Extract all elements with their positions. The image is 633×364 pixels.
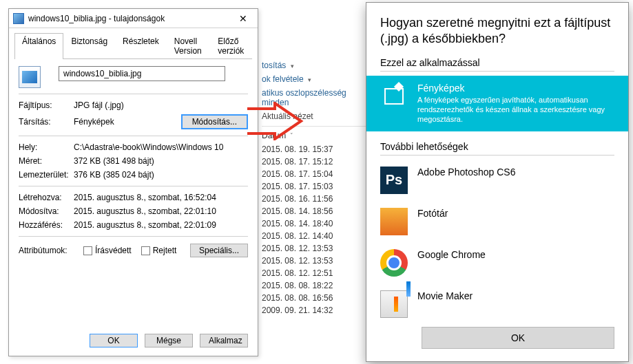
openwith-other-heading: További lehetőségek	[380, 141, 614, 152]
list-item[interactable]: 2015. 08. 12. 13:53	[262, 255, 372, 267]
value-created: 2015. augusztus 8., szombat, 16:52:04	[74, 193, 248, 202]
openwith-selected-desc: A fényképek egyszerűen javíthatók, autom…	[417, 95, 614, 125]
tab-security[interactable]: Biztonság	[63, 33, 115, 59]
openwith-selected-app[interactable]: Fényképek A fényképek egyszerűen javítha…	[366, 76, 628, 131]
list-item[interactable]: 2015. 08. 12. 14:40	[262, 230, 372, 242]
value-accessed: 2015. augusztus 8., szombat, 22:01:09	[74, 220, 248, 230]
list-item[interactable]: 2015. 08. 16. 11:56	[262, 193, 372, 205]
value-size: 372 KB (381 498 bájt)	[74, 156, 248, 166]
annotation-arrow-icon	[245, 102, 305, 140]
cancel-button[interactable]: Mégse	[145, 334, 193, 347]
menu-colpick[interactable]: ok felvétele ▾	[262, 72, 372, 86]
gal-icon	[380, 208, 408, 235]
photos-icon	[380, 83, 408, 110]
tabbar: Általános Biztonság Részletek Novell Ver…	[14, 32, 252, 59]
properties-dialog: windows10_biblia.jpg - tulajdonságok ✕ Á…	[8, 8, 258, 356]
value-association: Fényképek	[74, 117, 114, 127]
value-location: C:\Adastra\e-book\Windows\Windows 10	[74, 142, 248, 152]
openwith-app-item[interactable]: Fotótár	[366, 201, 628, 242]
ps-icon: Ps	[380, 167, 408, 194]
list-item[interactable]: 2015. 08. 17. 15:04	[262, 168, 372, 180]
file-icon	[13, 13, 24, 24]
list-item[interactable]: 2015. 08. 12. 12:51	[262, 267, 372, 279]
label-sizeondisk: Lemezterület:	[19, 170, 74, 180]
openwith-app-item[interactable]: Google Chrome	[366, 242, 628, 283]
ok-button[interactable]: OK	[90, 334, 138, 347]
label-filetype: Fájltípus:	[19, 100, 74, 110]
change-association-button[interactable]: Módosítás...	[181, 114, 248, 129]
label-location: Hely:	[19, 142, 74, 152]
checkbox-readonly[interactable]: Írásvédett	[83, 246, 132, 255]
titlebar: windows10_biblia.jpg - tulajdonságok ✕	[9, 9, 258, 28]
openwith-ok-button[interactable]: OK	[422, 327, 614, 349]
tab-general[interactable]: Általános	[14, 33, 63, 59]
openwith-app-name: Fotótár	[417, 208, 448, 219]
openwith-keep-heading: Ezzel az alkalmazással	[380, 57, 614, 68]
tab-novell[interactable]: Novell Version	[167, 33, 211, 59]
label-accessed: Hozzáférés:	[19, 220, 74, 230]
advanced-button[interactable]: Speciális...	[190, 244, 248, 257]
list-item[interactable]: 2015. 08. 14. 18:40	[262, 217, 372, 230]
openwith-app-name: Movie Maker	[417, 290, 473, 301]
openwith-title: Hogyan szeretné megnyitni ezt a fájltípu…	[380, 15, 614, 47]
list-item[interactable]: 2015. 08. 17. 15:12	[262, 156, 372, 168]
list-item[interactable]: 2015. 08. 12. 13:53	[262, 242, 372, 255]
open-with-dialog: Hogyan szeretné megnyitni ezt a fájltípu…	[366, 2, 629, 362]
list-item[interactable]: 2015. 08. 14. 18:56	[262, 205, 372, 217]
label-association: Társítás:	[19, 117, 74, 127]
date-list: 2015. 08. 19. 15:372015. 08. 17. 15:1220…	[262, 143, 372, 317]
checkbox-hidden[interactable]: Rejtett	[141, 246, 177, 255]
tab-details[interactable]: Részletek	[115, 33, 167, 59]
list-item[interactable]: 2009. 09. 21. 14:32	[262, 304, 372, 317]
value-modified: 2015. augusztus 8., szombat, 22:01:10	[74, 206, 248, 216]
window-title: windows10_biblia.jpg - tulajdonságok	[28, 14, 165, 23]
openwith-selected-name: Fényképek	[417, 83, 614, 94]
mm-icon	[380, 290, 408, 318]
label-modified: Módosítva:	[19, 206, 74, 216]
list-item[interactable]: 2015. 08. 17. 15:03	[262, 180, 372, 193]
menu-sort[interactable]: tosítás ▾	[262, 58, 372, 72]
chevron-down-icon: ▾	[291, 63, 294, 69]
openwith-app-item[interactable]: PsAdobe Photoshop CS6	[366, 160, 628, 201]
chevron-down-icon: ▾	[308, 76, 311, 83]
filename-input[interactable]	[59, 66, 225, 81]
apply-button[interactable]: Alkalmaz	[200, 334, 248, 347]
ch-icon	[380, 249, 408, 277]
label-attributes: Attribútumok:	[19, 246, 74, 255]
label-size: Méret:	[19, 156, 74, 166]
openwith-app-name: Adobe Photoshop CS6	[417, 167, 515, 178]
list-item[interactable]: 2015. 08. 08. 18:22	[262, 279, 372, 292]
file-large-icon	[19, 66, 41, 88]
close-button[interactable]: ✕	[233, 12, 253, 25]
openwith-app-name: Google Chrome	[417, 249, 486, 260]
openwith-app-item[interactable]: Movie Maker	[366, 283, 628, 320]
value-sizeondisk: 376 KB (385 024 bájt)	[74, 170, 248, 180]
list-item[interactable]: 2015. 08. 08. 16:56	[262, 292, 372, 304]
label-created: Létrehozva:	[19, 193, 74, 202]
value-filetype: JPG fájl (.jpg)	[74, 100, 248, 110]
list-item[interactable]: 2015. 08. 19. 15:37	[262, 143, 372, 156]
tab-previous[interactable]: Előző verziók	[210, 33, 252, 59]
